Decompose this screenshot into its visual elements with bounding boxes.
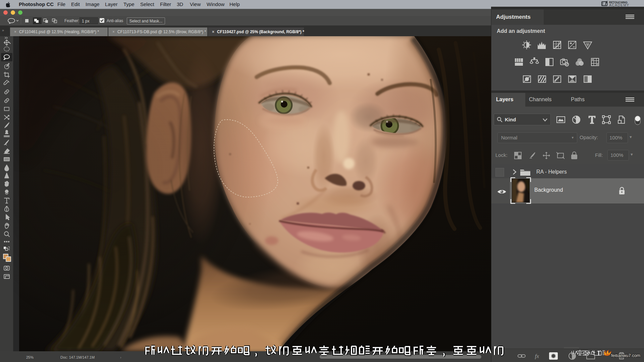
svg-text:feitianwu7.com: feitianwu7.com — [611, 353, 640, 358]
svg-text:fx: fx — [535, 353, 539, 359]
